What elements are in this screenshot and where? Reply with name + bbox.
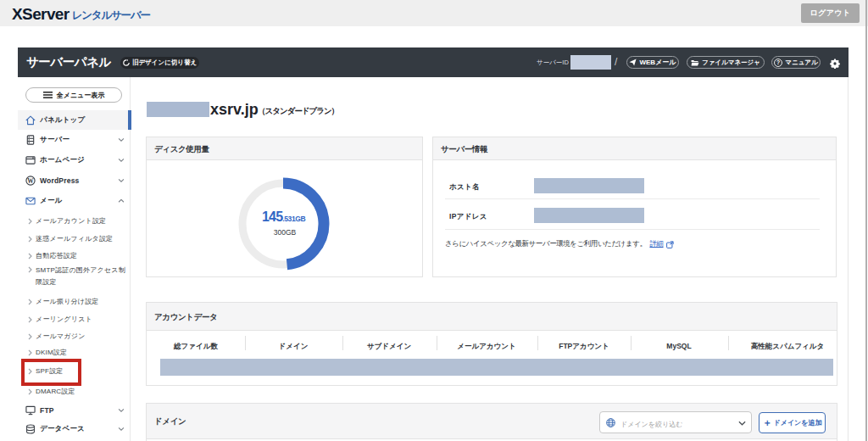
svg-text:?: ? [776, 59, 780, 65]
svg-text:W: W [27, 177, 34, 185]
